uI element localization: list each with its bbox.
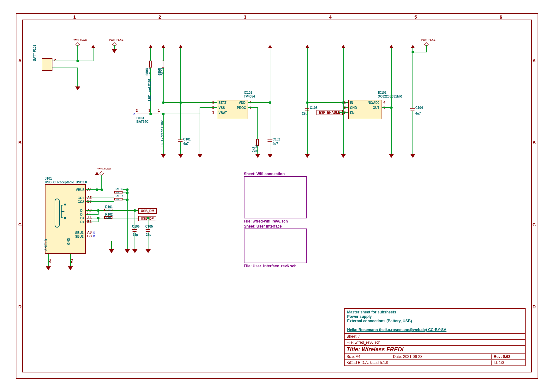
- c106-ref: C106: [132, 225, 140, 228]
- ic102-nc: NC/ADJ: [368, 101, 379, 104]
- usb-cc1: CC1: [78, 196, 84, 200]
- row-tick: B: [18, 140, 21, 145]
- sheet-ui-title: Sheet: User interface: [244, 224, 282, 229]
- svg-rect-2: [64, 217, 66, 219]
- schematic-frame-inner: BATT P101 2 1 PWR_FLAG PWR_FLAG R103 680…: [22, 20, 532, 372]
- c105-ref: C105: [145, 225, 153, 228]
- row-tick: C: [533, 222, 536, 227]
- pin: 3: [212, 110, 214, 114]
- usb-shield: SHIELD: [44, 239, 48, 251]
- ic102-en: EN: [350, 111, 354, 115]
- r105-val: 2k2: [252, 147, 256, 152]
- c102-val: 4u7: [273, 142, 278, 146]
- usb-dm: D-: [80, 213, 84, 216]
- sheet-wifi-title: Sheet: Wifi connection: [244, 172, 285, 176]
- ic102-ref: IC102: [378, 91, 387, 94]
- row-tick: A: [533, 58, 536, 63]
- component-c101: [178, 140, 183, 142]
- ic102-val: XC6220B331MR: [378, 95, 402, 98]
- no-connect: ×: [93, 234, 95, 239]
- title-block: Master sheet for subsheets Power supply …: [344, 308, 526, 366]
- c101-ref: C101: [183, 138, 191, 141]
- ic101-val: TP4054: [244, 95, 255, 98]
- ic101-ref: IC101: [244, 91, 252, 94]
- date: Date: 2021-06-28: [391, 354, 491, 359]
- component-c106: [132, 229, 137, 232]
- component-batt: [42, 58, 52, 71]
- r102-val: 22R: [106, 217, 111, 219]
- ic101-vss: VSS: [219, 106, 225, 110]
- pwr-flag: PWR_FLAG: [97, 167, 111, 170]
- usb-dp: D+: [80, 220, 84, 224]
- file: File: wfred_rev6.sch: [346, 340, 380, 345]
- usb-ref: J101: [45, 177, 52, 180]
- pin: 1: [54, 65, 56, 69]
- schematic-frame-outer: 1 2 3 4 5 6 1 2 3 4 5 6 A B C D A B C D …: [16, 13, 538, 379]
- usb-vbus: VBUS: [76, 188, 85, 192]
- c103-ref: C103: [310, 106, 317, 110]
- usb-sbu1: SBU1: [75, 231, 84, 235]
- pin: A8: [87, 230, 92, 234]
- sheet-wifi-file: File: wfred-wifi_rev6.sch: [244, 219, 288, 223]
- r103-val: 680R: [145, 68, 149, 75]
- row-tick: D: [533, 304, 536, 309]
- c105-val: 22p: [146, 233, 151, 236]
- pin: B8: [87, 234, 92, 238]
- pin: 1: [212, 100, 214, 104]
- title: Title: Wireless FREDI: [346, 346, 404, 353]
- usb-val: USB_C_Receptacle_USB2.0: [45, 181, 87, 184]
- component-c105: [146, 229, 150, 232]
- desc3: External connections (Battery, USB): [347, 319, 522, 323]
- rev: Rev: 0.62: [491, 354, 523, 359]
- r106-ref: R106: [116, 187, 123, 191]
- pwr-flag: PWR_FLAG: [421, 39, 436, 41]
- id: Id: 1/3: [491, 360, 523, 365]
- ic101-prog: PROG: [237, 106, 246, 110]
- pin: 2: [54, 58, 56, 62]
- row-tick: A: [18, 58, 21, 63]
- r107-ref: R107: [116, 194, 123, 198]
- author: Heiko Rosemann (heiko.rosemann@web.de) C…: [347, 328, 522, 332]
- pwr-flag: PWR_FLAG: [73, 39, 87, 41]
- d103-val: BAT54C: [136, 120, 148, 123]
- row-tick: D: [18, 304, 21, 309]
- c101-val: 4u7: [183, 142, 189, 146]
- led-green: LED - green D102: [160, 120, 164, 146]
- component-c103: [305, 108, 309, 110]
- led-red: LED - red D101: [148, 79, 151, 101]
- desc1: Master sheet for subsheets: [347, 310, 522, 314]
- r106-val: 5k1: [116, 191, 120, 194]
- sheet-wifi[interactable]: [244, 176, 307, 218]
- svg-rect-0: [55, 199, 59, 227]
- c104-ref: C104: [415, 106, 423, 110]
- ic101-vbat: VBAT: [219, 111, 227, 115]
- ic101-vdd: VDD: [239, 101, 245, 104]
- c102-ref: C102: [273, 138, 280, 141]
- ic102-in: IN: [350, 101, 353, 104]
- usb-dp: D+: [80, 217, 84, 220]
- r101-ref: R101: [105, 205, 113, 209]
- component-r104: [162, 61, 164, 68]
- no-connect: ×: [133, 112, 135, 116]
- row-tick: C: [18, 222, 21, 227]
- ic102-out: OUT: [373, 106, 379, 110]
- d103-ref: D103: [136, 116, 144, 120]
- ic102-gnd: GND: [350, 106, 357, 110]
- usb-cc2: CC2: [78, 200, 84, 204]
- pin: 2: [136, 109, 138, 112]
- pwr-flag: PWR_FLAG: [109, 39, 123, 41]
- c106-val: 22p: [133, 233, 138, 236]
- sheet: Sheet: /: [346, 334, 359, 339]
- usb-dm: D-: [80, 209, 84, 212]
- svg-point-1: [64, 204, 66, 205]
- c104-val: 4u7: [415, 112, 421, 115]
- pin: 1: [158, 109, 160, 112]
- component-c104: [410, 108, 415, 110]
- desc2: Power supply: [347, 314, 522, 319]
- c103-val: 22u: [302, 112, 307, 115]
- component-c102: [268, 140, 272, 142]
- r101-val: 22R: [106, 209, 111, 212]
- r104-val: 680R: [158, 68, 161, 75]
- row-tick: B: [533, 140, 536, 145]
- sheet-ui[interactable]: [244, 229, 307, 263]
